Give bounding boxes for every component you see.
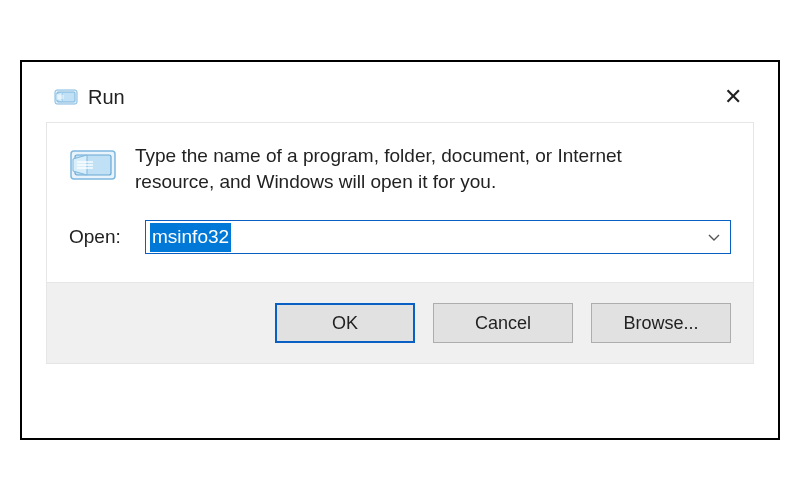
open-label: Open:	[69, 226, 127, 248]
run-icon-large	[69, 145, 117, 185]
dialog-content: Type the name of a program, folder, docu…	[46, 122, 754, 283]
open-row: Open: msinfo32	[69, 220, 731, 254]
ok-button[interactable]: OK	[275, 303, 415, 343]
open-combobox[interactable]: msinfo32	[145, 220, 731, 254]
close-button[interactable]: ✕	[718, 84, 748, 110]
description-text: Type the name of a program, folder, docu…	[135, 143, 655, 194]
window-title: Run	[88, 86, 125, 109]
title-left: Run	[54, 86, 125, 109]
cancel-button[interactable]: Cancel	[433, 303, 573, 343]
button-bar: OK Cancel Browse...	[46, 283, 754, 364]
browse-button[interactable]: Browse...	[591, 303, 731, 343]
description-row: Type the name of a program, folder, docu…	[69, 143, 731, 194]
run-icon	[54, 87, 78, 107]
titlebar: Run ✕	[46, 82, 754, 122]
run-dialog-window: Run ✕ Type the name of a program, folder…	[20, 60, 780, 440]
chevron-down-icon[interactable]	[704, 229, 724, 245]
open-input-value: msinfo32	[150, 223, 231, 252]
open-input[interactable]: msinfo32	[150, 223, 704, 252]
